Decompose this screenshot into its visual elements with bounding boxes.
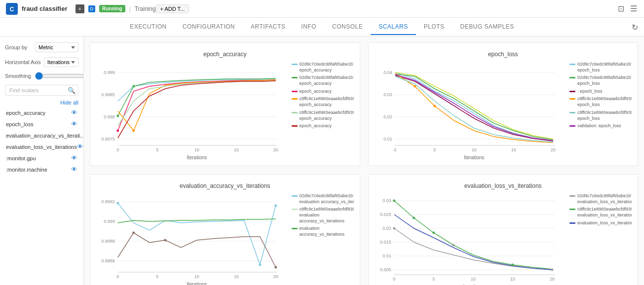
svg-point-20 [132, 130, 135, 132]
left-panel: Group by Metric Horizontal Axis Iteratio… [0, 36, 84, 285]
scalar-item[interactable]: evaluation_loss_vs_iterations👁 [5, 142, 78, 152]
svg-point-81 [432, 232, 435, 234]
svg-point-55 [164, 239, 166, 242]
svg-text:0.04: 0.04 [383, 70, 392, 75]
scalar-item[interactable]: epoch_accuracy👁 [5, 107, 78, 118]
smoothing-slider[interactable] [35, 72, 84, 80]
chart-svg-eval-accuracy: 0.9992 0.999 0.9988 0.9986 0 5 10 [96, 193, 290, 285]
scalar-list: epoch_accuracy👁epoch_loss👁evaluation_acc… [5, 107, 78, 175]
svg-text:20: 20 [549, 277, 554, 282]
tab-scalars[interactable]: SCALARS [371, 19, 416, 35]
svg-point-19 [116, 130, 119, 132]
charts-grid: epoch_accuracy 0.999 0.9985 0.998 0.9975 [90, 42, 638, 285]
maximize-button[interactable]: ⊡ [617, 3, 625, 14]
svg-point-80 [393, 227, 395, 230]
visibility-icon[interactable]: 👁 [77, 143, 83, 150]
svg-text:Iterations: Iterations [187, 155, 207, 160]
task-icon-d: D [88, 5, 96, 12]
chart-inner-eval-loss: 0.03 0.025 0.02 0.015 0.01 0.005 [375, 193, 632, 285]
svg-point-17 [116, 115, 119, 117]
scalar-name: :monitor.machine [6, 167, 71, 173]
horizontal-axis-select[interactable]: Iterations [44, 57, 78, 67]
chart-eval-loss: evaluation_loss_vs_iterations 0.03 0.025… [368, 174, 639, 285]
scalar-name: epoch_loss [6, 121, 71, 127]
visibility-icon[interactable]: 👁 [71, 166, 77, 173]
svg-text:C: C [10, 6, 14, 13]
tab-console[interactable]: CONSOLE [324, 19, 371, 35]
svg-point-79 [413, 217, 415, 219]
tab-plots[interactable]: PLOTS [416, 19, 453, 35]
svg-point-57 [274, 205, 277, 207]
group-by-select[interactable]: Metric [35, 42, 78, 52]
chart-legend-epoch-loss: 02d9c7c6edc98faf65abe1b77f9f6/validation… [568, 62, 632, 162]
svg-text:0.9986: 0.9986 [101, 258, 115, 263]
chart-svg-eval-loss: 0.03 0.025 0.02 0.015 0.01 0.005 [375, 193, 568, 285]
svg-text:0: 0 [394, 147, 396, 152]
svg-text:0.015: 0.015 [380, 240, 391, 245]
chart-legend-eval-loss: 02d9c7c6edc98faf65abe1b77f9f6: evaluatio… [568, 193, 632, 285]
svg-text:0: 0 [116, 274, 119, 279]
visibility-icon[interactable]: 👁 [71, 120, 77, 128]
scalar-item[interactable]: epoch_loss👁 [5, 119, 78, 129]
tab-configuration[interactable]: CONFIGURATION [175, 19, 243, 35]
chart-eval-accuracy: evaluation_accuracy_vs_iterations 0.9992… [90, 174, 360, 285]
svg-text:0: 0 [393, 277, 395, 282]
group-by-row: Group by Metric [5, 42, 78, 52]
svg-text:15: 15 [511, 147, 516, 152]
svg-text:5: 5 [433, 147, 436, 152]
svg-text:0.999: 0.999 [104, 70, 115, 75]
add-tag-button[interactable]: + ADD T... [156, 4, 189, 13]
tab-execution[interactable]: EXECUTION [122, 19, 175, 35]
scalar-name: :monitor.gpu [6, 155, 71, 161]
svg-text:5: 5 [156, 147, 158, 152]
app-name: fraud classifier [22, 5, 68, 12]
smoothing-row: Smoothing 0 [5, 72, 78, 80]
refresh-button[interactable]: ↻ [632, 22, 638, 32]
hide-all-button[interactable]: Hide all [60, 100, 78, 106]
tab-artifacts[interactable]: ARTIFACTS [243, 19, 293, 35]
svg-text:0.03: 0.03 [382, 198, 391, 203]
svg-point-78 [393, 200, 395, 202]
svg-text:20: 20 [273, 274, 278, 279]
svg-text:15: 15 [234, 274, 239, 279]
chart-legend-epoch-accuracy: 02d9c7c6edc98faf65abe1b77f9f6/validation… [290, 62, 354, 162]
search-icon: 🔍 [68, 87, 76, 94]
nav-tabs: EXECUTION CONFIGURATION ARTIFACTS INFO C… [0, 18, 644, 36]
svg-text:Iterations: Iterations [464, 155, 484, 160]
svg-text:10: 10 [471, 147, 476, 152]
svg-point-18 [132, 85, 135, 88]
svg-point-53 [116, 202, 119, 205]
chart-inner-loss: 0.04 0.03 0.02 0.01 0 5 10 [375, 62, 632, 162]
tab-info[interactable]: INFO [293, 19, 324, 35]
chart-svg-epoch-loss: 0.04 0.03 0.02 0.01 0 5 10 [375, 62, 568, 162]
visibility-icon[interactable]: 👁 [71, 154, 77, 162]
scalar-item[interactable]: :monitor.gpu👁 [5, 153, 78, 163]
svg-text:0: 0 [116, 147, 119, 152]
svg-text:0.999: 0.999 [104, 219, 115, 224]
svg-text:5: 5 [432, 277, 435, 282]
svg-text:15: 15 [510, 277, 515, 282]
scalar-name: evaluation_accuracy_vs_iterati... [6, 133, 84, 139]
svg-text:0.998: 0.998 [104, 114, 115, 119]
chart-title-eval-loss: evaluation_loss_vs_iterations [375, 182, 632, 189]
svg-point-82 [452, 244, 455, 247]
breadcrumb-sep: | [129, 5, 131, 12]
svg-text:15: 15 [234, 147, 239, 152]
scalar-item[interactable]: evaluation_accuracy_vs_iterati...👁 [5, 130, 78, 141]
scalar-name: epoch_accuracy [6, 110, 71, 116]
svg-text:0.9988: 0.9988 [101, 239, 115, 244]
visibility-icon[interactable]: 👁 [71, 109, 77, 116]
chart-epoch-loss: epoch_loss 0.04 0.03 0.02 0.01 [368, 42, 639, 166]
svg-text:0.005: 0.005 [380, 267, 391, 272]
chart-legend-eval-accuracy: 02d9c7c6edc98faf65abe1b77f9f6: evaluatio… [290, 193, 354, 285]
tab-debug-samples[interactable]: DEBUG SAMPLES [453, 19, 522, 35]
chart-svg-epoch-accuracy: 0.999 0.9985 0.998 0.9975 0 [96, 62, 290, 162]
svg-text:20: 20 [273, 147, 278, 152]
search-row: 🔍 [5, 85, 78, 96]
smoothing-label: Smoothing [5, 73, 32, 79]
svg-text:Iterations: Iterations [187, 282, 207, 285]
svg-text:0.02: 0.02 [382, 226, 391, 231]
scalar-item[interactable]: :monitor.machine👁 [5, 164, 78, 175]
status-badge: Running [99, 5, 125, 12]
menu-button[interactable]: ☰ [629, 3, 638, 14]
